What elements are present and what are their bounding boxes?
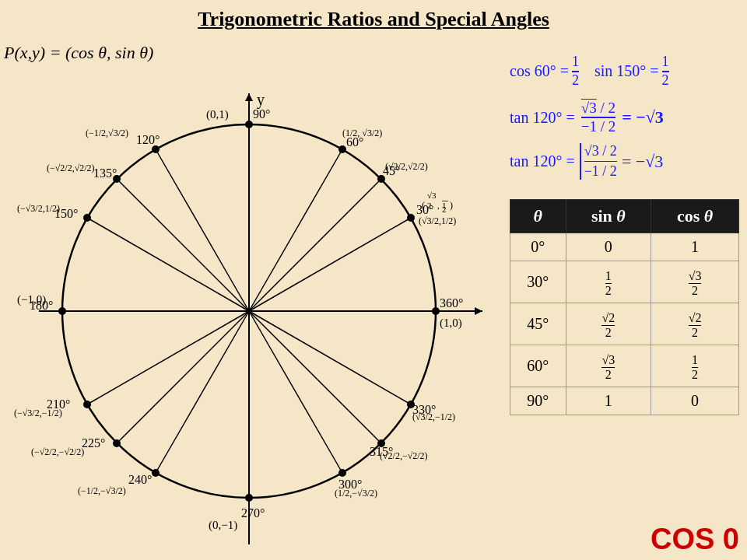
svg-line-6 [249,218,411,311]
svg-marker-3 [245,93,253,101]
svg-point-28 [58,307,66,315]
svg-line-7 [249,179,381,311]
table-row: 60° √3 2 1 2 [510,345,739,387]
table-row: 0° 0 1 [510,233,739,261]
svg-line-12 [87,218,249,311]
svg-text:(0,1): (0,1) [206,108,229,121]
tan120-fraction: √3 / 2 −1 / 2 [581,100,616,136]
svg-point-29 [83,401,91,408]
svg-text:(: ( [422,200,425,211]
svg-point-30 [113,439,121,447]
svg-text:√3: √3 [427,191,437,200]
svg-text:(√2/2,−√2/2): (√2/2,−√2/2) [380,450,428,461]
angle-45: 45° [510,303,566,345]
sin-30: 1 2 [566,261,651,303]
svg-text:90°: 90° [253,107,270,121]
table-row: 45° √2 2 √2 2 [510,303,739,345]
sin-60: √3 2 [566,345,651,387]
cos-0: 1 [651,233,739,261]
sin-90: 1 [566,387,651,415]
svg-point-25 [152,145,160,153]
svg-text:120°: 120° [136,133,160,146]
svg-marker-2 [475,307,482,315]
svg-point-21 [407,214,415,222]
svg-text:(−√2/2,−√2/2): (−√2/2,−√2/2) [31,446,84,457]
svg-text:135°: 135° [93,166,117,180]
svg-line-18 [249,311,381,443]
cos-30: √3 2 [651,261,739,303]
svg-point-20 [432,307,440,315]
formula-row-1: cos 60° = 1 2 sin 150° = 1 2 [510,54,743,89]
right-section: cos 60° = 1 2 sin 150° = 1 2 tan 120° = … [506,47,747,415]
svg-text:(1,0): (1,0) [440,317,462,330]
svg-text:(−√3/2,1/2): (−√3/2,1/2) [17,203,60,214]
svg-text:(0,−1): (0,−1) [209,519,237,532]
unit-circle-svg: y [0,62,506,560]
table-header-theta: θ [510,200,566,233]
table-header-cos: cos θ [651,200,739,233]
table-row: 90° 1 0 [510,387,739,415]
svg-text:): ) [450,200,453,211]
angle-90: 90° [510,387,566,415]
svg-text:(1/2, √3/2): (1/2, √3/2) [342,128,382,138]
svg-line-13 [87,311,249,404]
svg-text:(−1,0): (−1,0) [17,293,46,306]
tan120-formula: tan 120° = √3 / 2 −1 / 2 = −√3 [510,100,743,136]
trig-table: θ sin θ cos θ 0° 0 1 30° 1 2 [510,199,739,415]
cos-60: 1 2 [651,345,739,387]
tan120-detail: tan 120° = √3 / 2 −1 / 2 = −√3 [510,143,743,180]
table-row: 30° 1 2 √3 2 [510,261,739,303]
svg-line-14 [117,311,249,443]
angle-0: 0° [510,233,566,261]
svg-line-17 [249,311,342,473]
svg-point-23 [338,145,346,153]
sin-0: 0 [566,233,651,261]
svg-line-10 [156,149,249,311]
svg-text:(−1/2,−√3/2): (−1/2,−√3/2) [78,485,126,496]
sin150-fraction: 1 2 [662,54,669,89]
svg-text:240°: 240° [128,473,152,486]
svg-text:2: 2 [442,205,447,214]
formulas-area: cos 60° = 1 2 sin 150° = 1 2 tan 120° = … [506,47,747,187]
svg-text:(1/2,−√3/2): (1/2,−√3/2) [335,488,377,499]
svg-text:(−√3/2,−1/2): (−√3/2,−1/2) [14,408,62,418]
svg-line-11 [117,179,249,311]
cos-90: 0 [651,387,739,415]
svg-point-31 [152,469,160,477]
svg-text:,: , [437,201,440,210]
cos60-fraction: 1 2 [572,54,579,89]
cos-45: √2 2 [651,303,739,345]
svg-text:(√3/2,1/2): (√3/2,1/2) [419,215,456,226]
sin-45: √2 2 [566,303,651,345]
sin150-formula: sin 150° = 1 2 [594,54,669,89]
point-label: P(x,y) = (cos θ, sin θ) [4,43,153,63]
svg-line-8 [249,149,342,311]
svg-text:(−1/2,√3/2): (−1/2,√3/2) [86,128,128,138]
svg-text:2: 2 [427,201,432,210]
svg-point-27 [83,214,91,222]
svg-text:y: y [257,91,265,109]
svg-line-15 [156,311,249,473]
table-header-sin: sin θ [566,200,651,233]
svg-text:225°: 225° [82,436,105,450]
angle-60: 60° [510,345,566,387]
svg-point-33 [338,469,346,477]
svg-text:(√2/2,√2/2): (√2/2,√2/2) [385,161,428,172]
svg-text:270°: 270° [241,506,265,520]
svg-text:(√3/2,−1/2): (√3/2,−1/2) [412,411,455,422]
svg-text:360°: 360° [440,296,463,310]
angle-30: 30° [510,261,566,303]
svg-line-19 [249,311,411,404]
svg-point-24 [245,121,253,128]
cos60-formula: cos 60° = 1 2 [510,54,579,89]
cos0-overlay: COS 0 [643,519,747,560]
title: Trigonometric Ratios and Special Angles [0,0,747,31]
svg-text:(−√2/2,√2/2): (−√2/2,√2/2) [47,163,95,173]
svg-point-32 [245,494,253,502]
left-section: P(x,y) = (cos θ, sin θ) y [0,39,506,560]
